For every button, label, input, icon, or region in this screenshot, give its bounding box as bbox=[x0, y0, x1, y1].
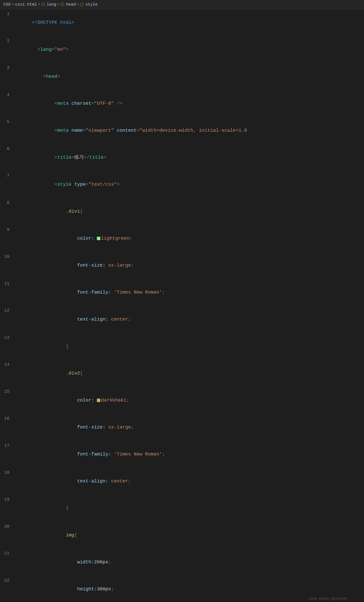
table-row: 16 font-size: xx-large; bbox=[0, 414, 364, 441]
line-content[interactable]: color: darkkhaki; bbox=[13, 387, 364, 413]
line-number: 9 bbox=[0, 225, 13, 234]
line-number: 22 bbox=[0, 576, 13, 585]
breadcrumb: CSS > css1.html > ⬡ lang > ⬡ head > ⬡ st… bbox=[0, 0, 364, 9]
line-content[interactable]: } bbox=[13, 333, 364, 359]
line-content[interactable]: img{ bbox=[13, 522, 364, 548]
table-row: 5 <meta name="viewport" content="width=d… bbox=[0, 117, 364, 144]
line-content[interactable]: text-align: center; bbox=[13, 468, 364, 494]
breadcrumb-sep-2: > bbox=[38, 2, 40, 7]
line-content[interactable]: font-family: 'Times New Roman'; bbox=[13, 441, 364, 467]
line-content[interactable]: <head> bbox=[13, 64, 364, 90]
line-content[interactable]: width:200px; bbox=[13, 549, 364, 575]
table-row: 12 text-align: center; bbox=[0, 306, 364, 333]
table-row: 21 width:200px; bbox=[0, 549, 364, 576]
line-number: 11 bbox=[0, 279, 13, 288]
line-number: 14 bbox=[0, 360, 13, 369]
line-number: 16 bbox=[0, 414, 13, 423]
breadcrumb-item-head[interactable]: head bbox=[66, 2, 76, 7]
line-number: 1 bbox=[0, 10, 13, 18]
breadcrumb-item-style[interactable]: style bbox=[85, 2, 98, 7]
watermark: CSDN @2401_85210500 bbox=[309, 597, 347, 601]
line-content[interactable]: font-size: xx-large; bbox=[13, 414, 364, 441]
table-row: 18 text-align: center; bbox=[0, 468, 364, 495]
code-editor: 1 <!DOCTYPE html> 2 <lang="en"> 3 <head>… bbox=[0, 9, 364, 602]
breadcrumb-sep-1: > bbox=[12, 2, 14, 7]
table-row: 8 .div1{ bbox=[0, 198, 364, 225]
line-content[interactable]: text-align: center; bbox=[13, 306, 364, 333]
line-number: 3 bbox=[0, 64, 13, 72]
breadcrumb-icon-head: ⬡ bbox=[61, 2, 64, 7]
line-content[interactable]: <meta name="viewport" content="width=dev… bbox=[13, 117, 364, 144]
table-row: 1 <!DOCTYPE html> bbox=[0, 9, 364, 36]
breadcrumb-sep-4: > bbox=[77, 2, 79, 7]
line-number: 4 bbox=[0, 90, 13, 99]
breadcrumb-sep-3: > bbox=[57, 2, 60, 7]
breadcrumb-item-file[interactable]: css1.html bbox=[15, 2, 37, 7]
line-content[interactable]: .div2{ bbox=[13, 360, 364, 387]
line-number: 5 bbox=[0, 117, 13, 126]
color-swatch-darkkhaki bbox=[97, 399, 100, 402]
line-number: 21 bbox=[0, 549, 13, 558]
table-row: 2 <lang="en"> bbox=[0, 36, 364, 63]
color-swatch-lightgreen bbox=[97, 237, 100, 240]
breadcrumb-icon-lang: ⬡ bbox=[42, 2, 45, 7]
line-content[interactable]: <style type="text/css"> bbox=[13, 171, 364, 198]
line-content[interactable]: <meta charset="UTF-8" /> bbox=[13, 90, 364, 117]
table-row: 13 } bbox=[0, 333, 364, 360]
line-content[interactable]: <!DOCTYPE html> bbox=[13, 10, 364, 36]
line-content[interactable]: <title>练习</title> bbox=[13, 144, 364, 171]
table-row: 19 } bbox=[0, 495, 364, 522]
line-number: 2 bbox=[0, 36, 13, 45]
line-number: 8 bbox=[0, 198, 13, 207]
line-content[interactable]: } bbox=[13, 495, 364, 521]
line-content[interactable]: <lang="en"> bbox=[13, 36, 364, 63]
table-row: 17 font-family: 'Times New Roman'; bbox=[0, 441, 364, 468]
breadcrumb-icon-style: ⬡ bbox=[80, 2, 84, 7]
line-content[interactable]: font-family: 'Times New Roman'; bbox=[13, 279, 364, 306]
line-number: 13 bbox=[0, 333, 13, 342]
line-content[interactable]: .div1{ bbox=[13, 198, 364, 225]
table-row: 15 color: darkkhaki; bbox=[0, 387, 364, 414]
table-row: 20 img{ bbox=[0, 522, 364, 549]
line-number: 6 bbox=[0, 144, 13, 153]
line-number: 12 bbox=[0, 306, 13, 315]
line-number: 10 bbox=[0, 252, 13, 261]
table-row: 4 <meta charset="UTF-8" /> bbox=[0, 90, 364, 117]
breadcrumb-item-css[interactable]: CSS bbox=[3, 2, 10, 7]
breadcrumb-item-lang[interactable]: lang bbox=[47, 2, 56, 7]
table-row: 7 <style type="text/css"> bbox=[0, 171, 364, 198]
line-number: 19 bbox=[0, 495, 13, 504]
line-number: 15 bbox=[0, 387, 13, 396]
table-row: 3 <head> bbox=[0, 63, 364, 90]
table-row: 6 <title>练习</title> bbox=[0, 144, 364, 171]
line-number: 7 bbox=[0, 171, 13, 180]
table-row: 11 font-family: 'Times New Roman'; bbox=[0, 279, 364, 306]
line-number: 18 bbox=[0, 468, 13, 477]
line-content[interactable]: font-size: xx-large; bbox=[13, 252, 364, 279]
line-content[interactable]: color: lightgreen; bbox=[13, 225, 364, 252]
table-row: 14 .div2{ bbox=[0, 360, 364, 387]
table-row: 9 color: lightgreen; bbox=[0, 225, 364, 252]
line-number: 20 bbox=[0, 522, 13, 531]
table-row: 10 font-size: xx-large; bbox=[0, 252, 364, 279]
line-number: 17 bbox=[0, 441, 13, 450]
